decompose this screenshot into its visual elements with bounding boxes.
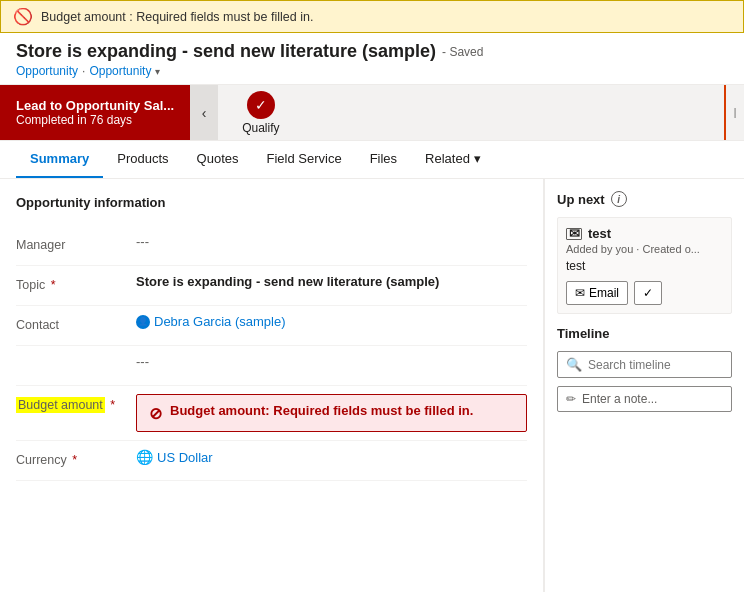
field-row-budget: Budget amount * ⊘ Budget amount: Require…: [16, 386, 527, 441]
up-next-card[interactable]: ✉ test Added by you · Created o... test …: [557, 217, 732, 314]
field-row-currency: Currency * 🌐 US Dollar: [16, 441, 527, 481]
tab-files[interactable]: Files: [356, 141, 411, 178]
error-banner: 🚫 Budget amount : Required fields must b…: [0, 0, 744, 33]
stage-bar: Lead to Opportunity Sal... Completed in …: [0, 84, 744, 140]
check-button[interactable]: ✓: [634, 281, 662, 305]
field-label-topic: Topic *: [16, 274, 136, 292]
header-area: Store is expanding - send new literature…: [0, 33, 744, 141]
timeline-search-box[interactable]: 🔍: [557, 351, 732, 378]
stage-overflow-indicator: |: [724, 85, 744, 140]
tab-field-service[interactable]: Field Service: [252, 141, 355, 178]
timeline-title: Timeline: [557, 326, 732, 341]
ban-icon: 🚫: [13, 7, 33, 26]
currency-icon: 🌐: [136, 449, 153, 465]
field-value-budget[interactable]: ⊘ Budget amount: Required fields must be…: [136, 394, 527, 432]
search-icon: 🔍: [566, 357, 582, 372]
chevron-down-icon[interactable]: ▾: [155, 66, 160, 77]
qualify-label: Qualify: [242, 121, 279, 135]
field-value-contact[interactable]: 👤 Debra Garcia (sample): [136, 314, 527, 329]
breadcrumb-sep: ·: [82, 64, 85, 78]
budget-error-text: Budget amount: Required fields must be f…: [170, 403, 473, 418]
field-label-contact: Contact: [16, 314, 136, 332]
error-circle-icon: ⊘: [149, 404, 162, 423]
field-value-manager: ---: [136, 234, 527, 249]
field-value-currency[interactable]: 🌐 US Dollar: [136, 449, 527, 465]
field-label-currency: Currency *: [16, 449, 136, 467]
info-icon[interactable]: i: [611, 191, 627, 207]
breadcrumb-entity[interactable]: Opportunity: [16, 64, 78, 78]
stage-completed: Lead to Opportunity Sal... Completed in …: [0, 85, 190, 140]
record-title: Store is expanding - send new literature…: [16, 41, 728, 62]
email-button[interactable]: ✉ Email: [566, 281, 628, 305]
stage-qualify: ✓ Qualify: [218, 85, 303, 140]
saved-badge: - Saved: [442, 45, 483, 59]
note-placeholder-text: Enter a note...: [582, 392, 657, 406]
check-icon: ✓: [643, 286, 653, 300]
field-row-manager: Manager ---: [16, 226, 527, 266]
note-input-box[interactable]: ✏ Enter a note...: [557, 386, 732, 412]
right-panel: Up next i ✉ test Added by you · Created …: [544, 179, 744, 592]
field-value-topic[interactable]: Store is expanding - send new literature…: [136, 274, 527, 289]
field-label-manager: Manager: [16, 234, 136, 252]
breadcrumb-type[interactable]: Opportunity: [89, 64, 151, 78]
search-timeline-input[interactable]: [588, 358, 723, 372]
left-panel: Opportunity information Manager --- Topi…: [0, 179, 544, 592]
field-row-contact: Contact 👤 Debra Garcia (sample): [16, 306, 527, 346]
page-title: Store is expanding - send new literature…: [16, 41, 436, 62]
email-btn-icon: ✉: [575, 286, 585, 300]
field-value-empty: ---: [136, 354, 527, 369]
field-label-empty: [16, 354, 136, 358]
card-subject: test: [588, 226, 611, 241]
pencil-icon: ✏: [566, 392, 576, 406]
topic-required-indicator: *: [51, 278, 56, 292]
contact-icon: 👤: [136, 315, 150, 329]
field-row-topic: Topic * Store is expanding - send new li…: [16, 266, 527, 306]
stage-prev-button[interactable]: ‹: [190, 85, 218, 140]
error-banner-text: Budget amount : Required fields must be …: [41, 10, 313, 24]
section-title: Opportunity information: [16, 195, 527, 210]
field-row-empty: ---: [16, 346, 527, 386]
related-chevron-icon: ▾: [474, 151, 481, 166]
stage-days: Completed in 76 days: [16, 113, 174, 127]
tab-related[interactable]: Related ▾: [411, 141, 495, 178]
timeline-section: Timeline 🔍 ✏ Enter a note...: [557, 326, 732, 412]
email-icon: ✉: [566, 228, 582, 240]
budget-label-highlight: Budget amount: [16, 397, 105, 413]
tabs-bar: Summary Products Quotes Field Service Fi…: [0, 141, 744, 179]
card-header: ✉ test: [566, 226, 723, 241]
qualify-check-icon: ✓: [247, 91, 275, 119]
card-meta: Added by you · Created o...: [566, 243, 723, 255]
card-body: test: [566, 259, 723, 273]
tab-quotes[interactable]: Quotes: [183, 141, 253, 178]
stage-name: Lead to Opportunity Sal...: [16, 98, 174, 113]
tab-summary[interactable]: Summary: [16, 141, 103, 178]
field-label-budget: Budget amount *: [16, 394, 136, 412]
budget-required-indicator: *: [110, 398, 115, 412]
currency-required-indicator: *: [72, 453, 77, 467]
breadcrumb: Opportunity · Opportunity ▾: [16, 64, 728, 78]
up-next-title: Up next i: [557, 191, 732, 207]
tab-products[interactable]: Products: [103, 141, 182, 178]
budget-error-box: ⊘ Budget amount: Required fields must be…: [136, 394, 527, 432]
main-content: Opportunity information Manager --- Topi…: [0, 179, 744, 592]
card-actions: ✉ Email ✓: [566, 281, 723, 305]
